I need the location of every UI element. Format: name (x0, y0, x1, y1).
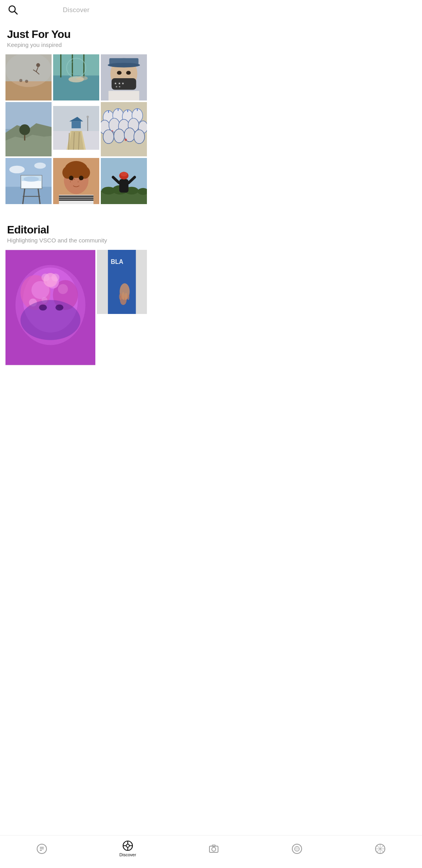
list-item[interactable]: BLA (97, 250, 147, 314)
photo-img-5 (53, 106, 99, 150)
svg-rect-96 (59, 197, 94, 199)
search-icon (8, 5, 18, 15)
svg-point-68 (112, 130, 113, 132)
svg-point-27 (126, 71, 131, 75)
svg-point-18 (76, 76, 88, 81)
svg-point-11 (25, 80, 28, 83)
svg-point-79 (23, 176, 39, 182)
svg-rect-33 (5, 102, 52, 129)
list-item[interactable] (5, 54, 52, 100)
svg-point-72 (34, 163, 46, 169)
list-item[interactable] (101, 158, 147, 204)
svg-rect-5 (5, 54, 52, 81)
svg-point-25 (108, 63, 140, 68)
section-header-editorial: Editorial Highlighting VSCO and the comm… (0, 216, 152, 246)
svg-rect-78 (21, 181, 41, 188)
editorial-img-1 (5, 250, 95, 365)
svg-point-60 (114, 129, 125, 143)
search-button[interactable] (6, 3, 20, 18)
section-title-editorial: Editorial (7, 224, 145, 236)
svg-rect-95 (59, 195, 94, 197)
photo-img-4 (5, 102, 52, 156)
svg-point-92 (69, 176, 73, 180)
svg-point-133 (122, 292, 125, 299)
svg-point-93 (79, 176, 84, 180)
svg-point-123 (52, 273, 59, 281)
svg-point-132 (119, 293, 122, 300)
svg-text:★ ★ ★: ★ ★ ★ (114, 82, 124, 85)
photo-img-1 (5, 54, 52, 100)
editorial-grid: BLA (0, 246, 152, 365)
svg-rect-105 (119, 179, 129, 192)
page-title: Discover (63, 6, 90, 14)
photo-img-2 (53, 54, 99, 100)
svg-point-6 (36, 63, 40, 67)
svg-point-135 (127, 294, 130, 300)
svg-point-48 (87, 116, 89, 118)
editorial-section: Editorial Highlighting VSCO and the comm… (0, 216, 152, 377)
list-item[interactable] (53, 106, 99, 150)
svg-point-91 (78, 181, 79, 182)
section-title-jfy: Just For You (7, 28, 145, 41)
section-subtitle-editorial: Highlighting VSCO and the community (7, 237, 145, 244)
svg-point-26 (117, 71, 122, 75)
svg-point-59 (103, 130, 114, 143)
section-header-jfy: Just For You Keeping you inspired (0, 20, 152, 50)
svg-text:BLA: BLA (111, 258, 123, 265)
svg-point-67 (125, 138, 127, 141)
svg-text:★ ★: ★ ★ (115, 85, 121, 88)
svg-point-118 (58, 284, 68, 294)
list-item[interactable]: ★ ★ ★ ★ ★ (101, 54, 147, 100)
svg-point-110 (120, 172, 127, 176)
photo-img-3: ★ ★ ★ ★ ★ (101, 54, 147, 100)
svg-rect-45 (72, 121, 81, 128)
svg-point-134 (125, 293, 127, 300)
header: Discover (0, 0, 152, 20)
svg-point-122 (41, 273, 49, 281)
editorial-img-2: BLA (97, 250, 147, 314)
svg-point-88 (70, 181, 71, 182)
svg-point-126 (55, 305, 63, 310)
list-item[interactable] (53, 54, 99, 100)
section-subtitle-jfy: Keeping you inspired (7, 41, 145, 48)
svg-point-124 (20, 300, 80, 340)
svg-point-62 (134, 130, 145, 143)
svg-point-87 (74, 178, 75, 179)
jfy-grid-row3 (0, 156, 152, 204)
photo-img-7 (5, 158, 52, 204)
photo-img-6 (101, 102, 147, 156)
list-item[interactable] (5, 250, 95, 365)
svg-line-1 (14, 11, 17, 14)
list-item[interactable] (101, 102, 147, 156)
svg-point-71 (9, 165, 25, 173)
svg-marker-35 (5, 135, 52, 156)
svg-rect-97 (59, 199, 94, 201)
list-item[interactable] (5, 158, 52, 204)
just-for-you-section: Just For You Keeping you inspired (0, 20, 152, 216)
photo-img-9 (101, 158, 147, 204)
list-item[interactable] (5, 102, 52, 156)
list-item[interactable] (53, 158, 99, 204)
svg-point-125 (39, 305, 47, 310)
svg-point-36 (19, 124, 30, 135)
jfy-grid-row1: ★ ★ ★ ★ ★ (0, 50, 152, 100)
photo-img-8 (53, 158, 99, 204)
jfy-grid-row2 (0, 100, 152, 156)
svg-rect-31 (109, 91, 139, 100)
svg-point-10 (19, 79, 22, 82)
